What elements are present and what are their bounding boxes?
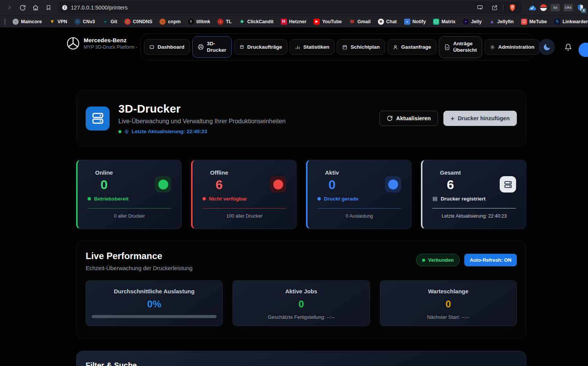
bookmark-item[interactable]: ✳Chat (378, 19, 397, 25)
add-printer-button[interactable]: + Drucker hinzufügen (443, 111, 517, 126)
bookmark-item[interactable]: ▴C0NDNS (124, 19, 152, 25)
stat-card-gesamt: Gesamt 6 Drucker registriert Letzte Aktu… (421, 160, 526, 229)
favicon: ● (404, 19, 410, 25)
stat-footer: Letzte Aktualisierung: 22:40:23 (432, 213, 516, 219)
mercedes-logo-icon (66, 37, 80, 50)
page-title: 3D-Drucker (118, 102, 285, 115)
last-update-status: Letzte Aktualisierung: 22:40:23 (118, 129, 285, 134)
bookmark-item[interactable]: ϟLinkwarden (554, 19, 588, 25)
bookmark-item[interactable]: MGmail (349, 19, 371, 25)
bookmark-item[interactable]: ▲Jellyfin (489, 19, 514, 25)
bookmark-item[interactable]: ▶YouTube (314, 19, 342, 25)
favicon: ▼ (49, 19, 55, 25)
stat-status: Nicht verfügbar (202, 196, 286, 202)
nav-administration[interactable]: Administration (484, 39, 540, 55)
bookmark-item[interactable]: HHetzner (281, 19, 307, 25)
bookmarks-bar: ●Maincore ▼VPN ∴CNv3 ●Git ▴C0NDNS ●cnpm … (0, 15, 588, 27)
bookmark-item[interactable]: ●cnpm (159, 19, 180, 25)
browser-toolbar: 127.0.0.1:5000/printers Se CRX 3 (0, 0, 588, 15)
brave-shield-icon[interactable] (507, 2, 518, 13)
bookmark-item[interactable]: ●Maincore (13, 19, 42, 25)
url-text[interactable]: 127.0.0.1:5000/printers (71, 5, 127, 11)
bookmark-item[interactable]: ●Jelly (463, 19, 482, 25)
favicon: ❖ (239, 19, 245, 25)
nav-gastanfrage[interactable]: Gastanfrage (387, 39, 437, 55)
favicon: ∴ (75, 19, 81, 25)
bookmark-item[interactable]: ◯Matrix (433, 19, 456, 25)
stat-status: Betriebsbereit (88, 196, 171, 202)
url-bar[interactable]: 127.0.0.1:5000/printers (58, 2, 522, 14)
bookmark-item[interactable]: ∴CNv3 (75, 19, 95, 25)
divider (202, 208, 286, 208)
forward-icon[interactable] (4, 2, 15, 13)
favicon: H (281, 19, 287, 25)
connected-dot (422, 259, 425, 262)
shield-extension-icon[interactable]: 3 (577, 4, 584, 11)
divider (88, 208, 171, 208)
stat-footer: 100 aller Drucker (202, 213, 286, 219)
plus-icon: + (451, 115, 454, 122)
site-info-icon[interactable] (62, 5, 68, 11)
nav-3d-drucker[interactable]: 3D-Drucker (192, 36, 232, 58)
total-printers-icon (500, 176, 516, 193)
bookmark-item[interactable]: ▢MeTube (521, 19, 547, 25)
metric-active-jobs: Aktive Jobs 0 Geschätzte Fertigstellung:… (233, 280, 370, 326)
stat-title: Offline (210, 169, 228, 176)
nav-statistiken[interactable]: Statistiken (290, 39, 335, 55)
favicon: ● (159, 19, 166, 25)
package-icon (239, 45, 244, 49)
brand[interactable]: Mercedes-Benz MYP 3D-Druck Platform - (66, 37, 137, 50)
crx-extension-icon[interactable]: CRX (564, 4, 573, 11)
auto-refresh-toggle[interactable]: Auto-Refresh: ON (464, 254, 517, 266)
bookmark-icon[interactable] (43, 2, 54, 13)
favicon: t (188, 19, 194, 25)
selenium-extension-icon[interactable]: Se (551, 4, 560, 11)
bookmark-item[interactable]: ●Notify (404, 19, 426, 25)
bookmark-item[interactable]: ttilltmk (188, 19, 210, 25)
send-to-device-icon[interactable] (474, 2, 486, 13)
nav-container: Dashboard 3D-Drucker Druckaufträge Stati… (140, 33, 534, 60)
bookmark-item[interactable]: ▼VPN (49, 19, 67, 25)
online-status-icon (155, 176, 171, 193)
favicon: ● (217, 19, 223, 25)
home-icon[interactable] (30, 2, 41, 13)
performance-title: Live Performance (86, 251, 193, 261)
favicon: ✳ (378, 19, 384, 25)
urlbar-divider (503, 4, 504, 11)
metric-average-load: Durchschnittliche Auslastung 0% (86, 280, 223, 326)
divider (432, 208, 516, 208)
stat-card-offline: Offline 6 Nicht verfügbar 100 aller Druc… (191, 160, 296, 229)
user-avatar[interactable] (578, 43, 588, 57)
pokeball-extension-icon[interactable] (540, 4, 547, 11)
notifications-bell-icon[interactable] (564, 43, 572, 51)
file-text-icon (444, 44, 450, 50)
bookmarks-divider (5, 19, 5, 25)
stat-value: 6 (447, 178, 454, 191)
theme-toggle-button[interactable] (539, 39, 555, 55)
reload-icon[interactable] (17, 2, 28, 13)
nav-schichtplan[interactable]: Schichtplan (337, 39, 385, 55)
stat-status: Drucker registriert (432, 196, 516, 202)
nav-antraege-uebersicht[interactable]: AnträgeÜbersicht (439, 36, 482, 58)
bookmark-item[interactable]: ●Git (102, 19, 117, 25)
active-status-icon (385, 176, 401, 193)
nav-dashboard[interactable]: Dashboard (144, 39, 190, 55)
cloud-sync-extension-icon[interactable] (528, 5, 536, 11)
stat-value: 0 (100, 178, 108, 191)
stat-footer: 0 aller Drucker (88, 213, 171, 219)
bookmark-item[interactable]: ●TL (217, 19, 231, 25)
bookmark-item[interactable]: ❖ClickCandit (239, 19, 274, 25)
stat-title: Online (95, 169, 113, 176)
divider (317, 208, 401, 208)
stat-title: Aktiv (325, 169, 339, 176)
metric-queue: Warteschlange 0 Nächster Start: --:-- (380, 280, 517, 326)
printers-header-card: 3D-Drucker Live-Überwachung und Verwaltu… (76, 90, 526, 146)
share-icon[interactable] (489, 2, 500, 13)
stat-title: Gesamt (440, 169, 461, 176)
brand-name: Mercedes-Benz (84, 37, 137, 43)
refresh-button[interactable]: Aktualisieren (379, 111, 438, 126)
nav-druckauftraege[interactable]: Druckaufträge (234, 39, 288, 55)
stat-card-online: Online 0 Betriebsbereit 0 aller Drucker (76, 160, 182, 229)
favicon: M (349, 19, 355, 25)
favicon: ● (102, 19, 108, 25)
